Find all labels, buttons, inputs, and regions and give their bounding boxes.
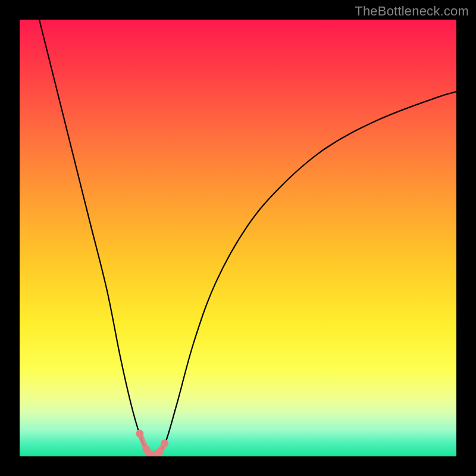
plot-area — [20, 20, 456, 456]
watermark-label: TheBottleneck.com — [355, 4, 469, 19]
chart-frame: TheBottleneck.com — [0, 0, 476, 476]
